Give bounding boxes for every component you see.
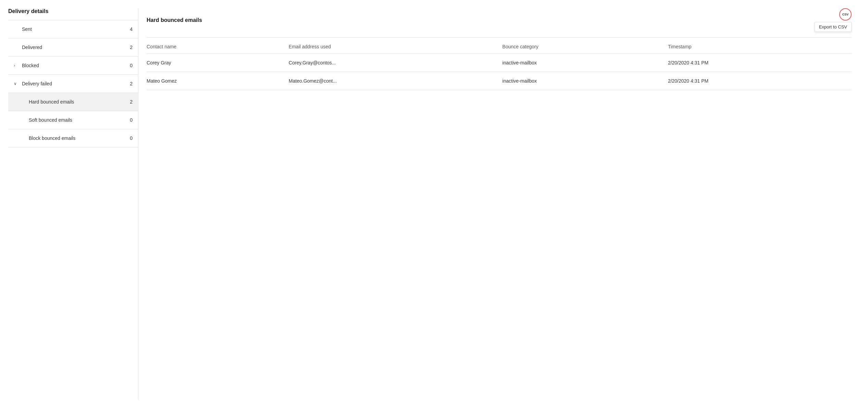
csv-icon: CSV xyxy=(842,13,849,16)
chevron-icon-3[interactable]: ∨ xyxy=(14,81,22,86)
delivery-row-6: Block bounced emails0 xyxy=(8,129,138,147)
delivery-label-6: Block bounced emails xyxy=(29,135,130,141)
right-panel-header: Hard bounced emails CSV Export to CSV xyxy=(147,8,852,38)
cell-bounce_category-1: inactive-mailbox xyxy=(503,72,668,90)
export-csv-icon-button[interactable]: CSV xyxy=(839,8,852,21)
delivery-count-0: 4 xyxy=(130,26,133,32)
delivery-count-1: 2 xyxy=(130,45,133,50)
cell-timestamp-0: 2/20/2020 4:31 PM xyxy=(668,54,852,72)
delivery-row-2[interactable]: ›Blocked0 xyxy=(8,57,138,75)
delivery-count-2: 0 xyxy=(130,63,133,68)
delivery-count-6: 0 xyxy=(130,135,133,141)
cell-contact_name-1: Mateo Gomez xyxy=(147,72,289,90)
export-csv-label[interactable]: Export to CSV xyxy=(815,22,852,32)
delivery-label-1: Delivered xyxy=(22,45,130,50)
left-panel-title: Delivery details xyxy=(8,8,138,20)
left-panel: Delivery details Sent4Delivered2›Blocked… xyxy=(8,8,138,400)
main-container: Delivery details Sent4Delivered2›Blocked… xyxy=(0,0,868,408)
table-row-1: Mateo GomezMateo.Gomez@cont...inactive-m… xyxy=(147,72,852,90)
table-header-row: Contact name Email address used Bounce c… xyxy=(147,38,852,54)
col-contact-name: Contact name xyxy=(147,38,289,54)
right-panel: Hard bounced emails CSV Export to CSV Co… xyxy=(138,8,860,400)
cell-bounce_category-0: inactive-mailbox xyxy=(503,54,668,72)
cell-contact_name-0: Corey Gray xyxy=(147,54,289,72)
delivery-label-4: Hard bounced emails xyxy=(29,99,130,105)
delivery-count-3: 2 xyxy=(130,81,133,86)
delivery-row-1: Delivered2 xyxy=(8,38,138,57)
delivery-label-0: Sent xyxy=(22,26,130,32)
bounced-emails-table: Contact name Email address used Bounce c… xyxy=(147,38,852,90)
delivery-label-5: Soft bounced emails xyxy=(29,117,130,123)
cell-email-1: Mateo.Gomez@cont... xyxy=(289,72,503,90)
cell-email-0: Corey.Gray@contos... xyxy=(289,54,503,72)
col-timestamp: Timestamp xyxy=(668,38,852,54)
delivery-row-5: Soft bounced emails0 xyxy=(8,111,138,129)
chevron-icon-2[interactable]: › xyxy=(14,63,22,68)
delivery-label-3: Delivery failed xyxy=(22,81,130,86)
col-email-address: Email address used xyxy=(289,38,503,54)
delivery-count-5: 0 xyxy=(130,117,133,123)
table-row-0: Corey GrayCorey.Gray@contos...inactive-m… xyxy=(147,54,852,72)
right-panel-title: Hard bounced emails xyxy=(147,17,202,23)
col-bounce-category: Bounce category xyxy=(503,38,668,54)
export-area: CSV Export to CSV xyxy=(815,8,852,32)
cell-timestamp-1: 2/20/2020 4:31 PM xyxy=(668,72,852,90)
delivery-row-0: Sent4 xyxy=(8,20,138,38)
delivery-count-4: 2 xyxy=(130,99,133,105)
delivery-label-2: Blocked xyxy=(22,63,130,68)
delivery-row-3[interactable]: ∨Delivery failed2 xyxy=(8,75,138,93)
delivery-row-4: Hard bounced emails2 xyxy=(8,93,138,111)
